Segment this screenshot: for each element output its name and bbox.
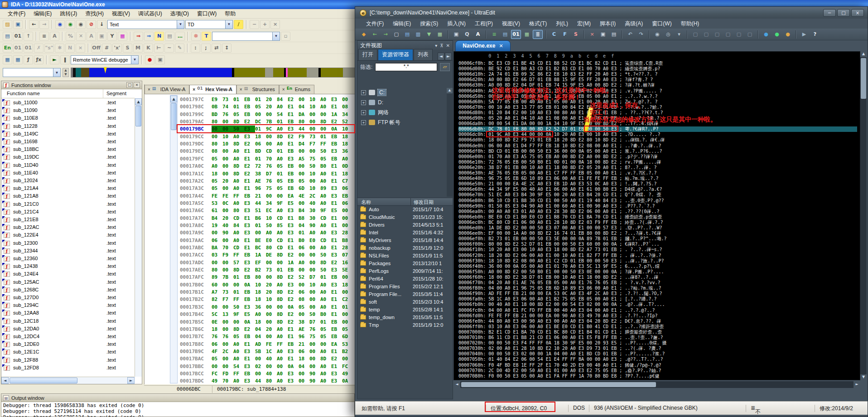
ida-hex-row[interactable]: 00017AEC80008DE2B27301EB000050E35E bbox=[180, 267, 353, 274]
ida-menu-item-6[interactable]: 选项(O) bbox=[166, 9, 193, 19]
folder-row[interactable]: PerfLogs2009/7/14 11: bbox=[357, 267, 453, 275]
ue-hex-row[interactable]: 00006f20h: 18 20 8D E2 06 00 A0 E1 00 10… bbox=[458, 253, 661, 258]
ida-hex-row[interactable]: 00017A8C194084E3015085E30490A0E100 bbox=[180, 222, 353, 229]
close-icon[interactable]: × bbox=[270, 20, 280, 29]
function-row[interactable]: ƒsub_1294C.text bbox=[1, 302, 135, 310]
forward-icon[interactable]: → bbox=[381, 30, 391, 39]
help-icon[interactable]: ? bbox=[810, 30, 820, 39]
bp-icon[interactable]: ● bbox=[145, 55, 154, 64]
ue-minimize-button[interactable]: ─ bbox=[823, 9, 836, 17]
tab-structures[interactable]: ×▤Structures bbox=[236, 85, 279, 94]
ue-hex-row[interactable]: 00006e80h: B6 10 CD E1 B8 30 CD E1 00 50… bbox=[458, 198, 664, 204]
ue-hex-row[interactable]: 00006f00h: 80 00 8D E2 52 D7 01 EB 00 00… bbox=[458, 242, 659, 247]
ue-hex-dump[interactable]: 00006cf0h: BC E3 CD E1 BE 43 CD E1 B8 52… bbox=[458, 61, 860, 380]
small-button[interactable]: ▫ bbox=[281, 32, 290, 41]
ue-hex-row[interactable]: 00006e20h: 38 D7 01 EB 00 10 A0 E1 18 00… bbox=[458, 165, 656, 170]
ida-hex-row[interactable]: 00017ADC000057E3EF00001AA0008DE216 bbox=[180, 259, 353, 267]
copy-icon[interactable]: ▣ bbox=[598, 30, 608, 39]
semicolon-icon[interactable]: ; bbox=[201, 44, 211, 53]
number-icon[interactable]: # bbox=[102, 44, 111, 53]
output-log[interactable]: Debugger: thread 1598658338 has exited (… bbox=[1, 402, 354, 417]
func-f-icon[interactable]: ƒ bbox=[24, 55, 33, 64]
back-icon[interactable]: ← bbox=[370, 30, 380, 39]
ue-hex-row[interactable]: 00006d00h: BE 92 CD E1 B0 A3 CD E1 B2 B3… bbox=[458, 66, 660, 72]
cut-icon[interactable]: × bbox=[587, 30, 597, 39]
string-icon[interactable]: "s" bbox=[44, 44, 54, 53]
enums-En-icon[interactable]: En bbox=[3, 44, 12, 53]
ida-hex-row[interactable]: 00017B0C6000000A1020A0E30010A0E318 bbox=[180, 281, 353, 289]
ue-hscrollbar[interactable]: ◄► bbox=[453, 381, 860, 388]
stop-search-icon[interactable]: ⊘ bbox=[87, 20, 96, 29]
ida-hex-row[interactable]: 00017ABCBA70CDE1BC80CDE10600A0E128 bbox=[180, 244, 353, 252]
function-row[interactable]: ƒsub_12438.text bbox=[1, 263, 135, 271]
ida-hex-row[interactable]: 00017B7C767605EB0400A0E1967505EB6D bbox=[180, 333, 353, 340]
function-row[interactable]: ƒsub_12E1C.text bbox=[1, 349, 135, 356]
tool1-icon[interactable]: ▢ bbox=[690, 30, 700, 39]
image-icon[interactable]: A bbox=[50, 32, 59, 41]
function-row[interactable]: ƒsub_12024.text bbox=[1, 177, 135, 185]
struct-S-icon[interactable]: S bbox=[123, 44, 132, 53]
hexview-scrollbar[interactable]: ▲ bbox=[170, 95, 178, 383]
navigator-spin[interactable]: ▲▼ bbox=[63, 68, 69, 77]
bookmark-icon[interactable]: ▾ bbox=[674, 30, 684, 39]
function-row[interactable]: ƒsub_12300.text bbox=[1, 240, 135, 247]
functions-restore-button[interactable]: □ bbox=[126, 82, 133, 88]
ue-menu-item-10[interactable]: 高级(A) bbox=[620, 19, 647, 29]
column-modified-date[interactable]: 修改日期 bbox=[411, 198, 453, 205]
ue-hex-row[interactable]: 00006e10h: 72 76 05 EB 00 50 B0 E1 0D 01… bbox=[458, 160, 661, 165]
function-row[interactable]: ƒsub_125AC.text bbox=[1, 279, 135, 286]
ue-hex-row[interactable]: 00006f70h: 04 20 A0 E1 AE 76 05 EB 05 00… bbox=[458, 280, 661, 286]
ue-hex-row[interactable]: 00006f30h: 18 10 8D E2 08 00 A0 E1 C2 CD… bbox=[458, 258, 664, 264]
folder-row[interactable]: Program File...2015/3/5 11:4 bbox=[357, 291, 453, 298]
functions-list-header[interactable]: Function name Segment bbox=[1, 89, 135, 98]
ida-hex-row[interactable]: 00017A0CA0008DE2727605EB0050B0E10D bbox=[180, 163, 353, 170]
ida-hex-row[interactable]: 00017BCCFCFDFFEB0040A0E30090A0E349 bbox=[180, 370, 353, 378]
tree-scrollbar[interactable]: ▲ bbox=[447, 88, 453, 197]
folder-row[interactable]: Intel2015/1/6 4:32 bbox=[357, 229, 453, 237]
ue-hex-row[interactable]: 00006dd0h: 18 00 8D E2 F9 73 01 EB 18 20… bbox=[458, 137, 665, 143]
ida-hex-row[interactable]: 00017B3C000050E33600000A0500A0E101 bbox=[180, 304, 353, 311]
function-row[interactable]: ƒsub_12AA8.text bbox=[1, 310, 135, 317]
char-icon[interactable]: 'x' bbox=[112, 44, 122, 53]
ue-hex-row[interactable]: 00006e70h: 51 EC A0 E3 B4 30 9F E5 00 20… bbox=[458, 192, 661, 198]
circle-c-icon[interactable]: C bbox=[549, 30, 559, 39]
ida-hex-row[interactable]: 000179CC0010A0E318008DE2F97301EB18 bbox=[180, 133, 353, 141]
ue-hex-row[interactable]: 00006ff0h: 03 10 A0 E3 06 00 A0 E1 BE E0… bbox=[458, 324, 664, 330]
function-row[interactable]: ƒsub_12DA0.text bbox=[1, 325, 135, 333]
folder-row[interactable]: Drivers2014/5/13 5:1 bbox=[357, 221, 453, 229]
function-row[interactable]: ƒsub_118BC.text bbox=[1, 146, 135, 154]
column-name[interactable]: 名称 bbox=[357, 198, 411, 205]
document-tab-navione[interactable]: NaviOne.exe✕ bbox=[455, 40, 511, 52]
ue-hex-row[interactable]: 00006e40h: 96 75 05 EB 6D 10 89 E3 06 00… bbox=[458, 176, 658, 181]
edit-icon[interactable]: ✎ bbox=[175, 44, 184, 53]
function-row[interactable]: ƒsub_11698.text bbox=[1, 138, 135, 146]
ida-hex-row[interactable]: 00017AAC0600A0E1BEE0CDE1B0E0CDE1B8 bbox=[180, 237, 353, 244]
ue-hex-row[interactable]: 00006f10h: 10 20 A0 E3 00 10 A0 E3 18 00… bbox=[458, 247, 662, 252]
file-panel-tab-资源管理器[interactable]: 资源管理器 bbox=[378, 49, 413, 60]
ida-menu-item-7[interactable]: 窗口(W) bbox=[193, 9, 221, 19]
folder-row[interactable]: Perl642015/1/28 10: bbox=[357, 275, 453, 283]
ida-hex-row[interactable]: 00017B9C4F2CA0E35B1CA0E30600A0E1B2 bbox=[180, 348, 353, 355]
colors-icon[interactable]: ▦ bbox=[118, 32, 127, 41]
function-row[interactable]: ƒsub_12C18.text bbox=[1, 318, 135, 325]
ida-hex-row[interactable]: 0001798C0B7401EB0520A0E10410A0E108 bbox=[180, 103, 353, 111]
ue-menu-item-5[interactable]: 视图(V) bbox=[497, 19, 525, 29]
ue-hex-row[interactable]: 00006d80h: 01 20 84 E2 00 10 A0 E3 00 80… bbox=[458, 110, 663, 116]
function-row[interactable]: ƒsub_12344.text bbox=[1, 247, 135, 255]
expand-icon[interactable]: ↕ bbox=[222, 44, 231, 53]
ida-hex-dump[interactable]: 0001797CE97301EB012084E20010A0E300000179… bbox=[180, 96, 355, 384]
ida-hex-row[interactable]: 0001797CE97301EB012084E20010A0E300 bbox=[180, 96, 353, 103]
function-row[interactable]: ƒsub_11228.text bbox=[1, 123, 135, 131]
search-values-icon[interactable]: ◉ bbox=[76, 20, 86, 29]
ue-hex-row[interactable]: 00007070h: 2C D0 4D E2 00 50 A0 E1 01 00… bbox=[458, 368, 661, 373]
jump-xref-icon[interactable]: ⇒ bbox=[134, 32, 143, 41]
ue-hex-row[interactable]: 00006fc0h: 04 00 A0 E1 FC FD FF EB 00 40… bbox=[458, 308, 655, 313]
folder-row[interactable]: temp2015/2/8 14:1 bbox=[357, 306, 453, 314]
ida-hex-row[interactable]: 00017B5C0E00000A18008DE238D701EB00 bbox=[180, 319, 353, 326]
ue-menu-item-11[interactable]: 窗口(W) bbox=[647, 19, 676, 29]
ida-hex-row[interactable]: 00017BAC0500A0E10040A0E118008DE200 bbox=[180, 355, 353, 363]
ue-hex-row[interactable]: 00007020h: 00 00 50 E3 F4 FF FF 0A 18 30… bbox=[458, 340, 667, 346]
folder-row[interactable]: soft2015/2/3 10:4 bbox=[357, 298, 453, 306]
ida-hex-row[interactable]: 00017A4CFEFEFFEB210000EA4E2CA0E3EB bbox=[180, 193, 353, 200]
line-mode-icon[interactable]: ≣ bbox=[533, 30, 543, 39]
